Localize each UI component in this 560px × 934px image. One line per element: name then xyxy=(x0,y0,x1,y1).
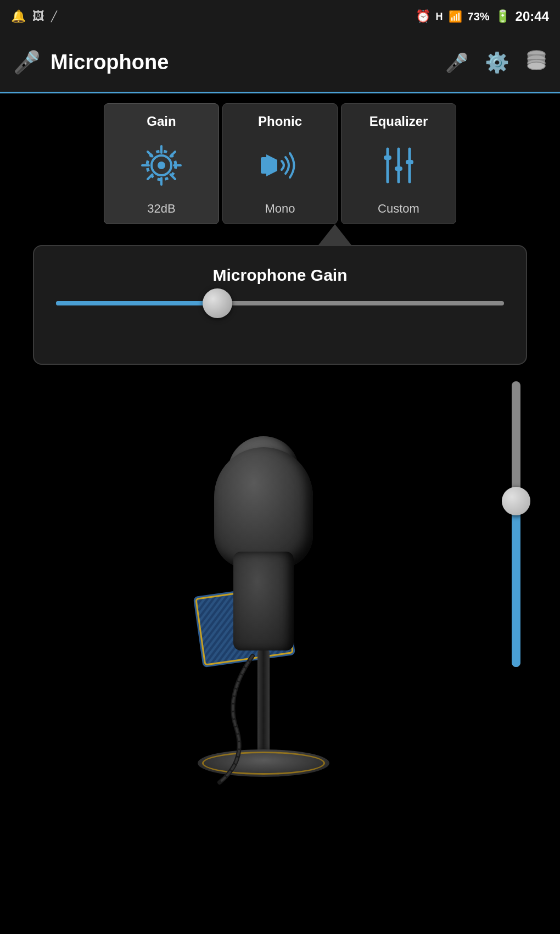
mic-illustration: J&B xyxy=(126,436,401,821)
svg-point-8 xyxy=(158,162,165,169)
slider-thumb[interactable] xyxy=(203,288,232,318)
svg-rect-25 xyxy=(406,160,413,164)
mic-head xyxy=(214,447,313,568)
tab-phonic-label: Phonic xyxy=(258,114,302,129)
network-type-label: H xyxy=(436,11,443,23)
vertical-slider-thumb[interactable] xyxy=(502,487,530,515)
phonic-icon-area xyxy=(255,129,305,202)
notification-icon: 🔔 xyxy=(11,9,26,24)
vertical-slider-track xyxy=(512,381,520,667)
gain-panel-title: Microphone Gain xyxy=(56,266,504,285)
app-bar: 🎤 Microphone 🎤 ⚙️ xyxy=(0,33,560,93)
status-left-icons: 🔔 🖼 ╱ xyxy=(11,9,57,24)
gain-panel: Microphone Gain xyxy=(33,245,527,365)
alarm-icon: ⏰ xyxy=(416,9,430,24)
mic-area: J&B xyxy=(0,365,560,859)
tabs-row: Gain 32dB Phonic xyxy=(0,93,560,224)
tab-equalizer-label: Equalizer xyxy=(369,114,428,129)
tab-gain[interactable]: Gain 32dB xyxy=(104,103,219,224)
main-content: J&B xyxy=(0,365,560,859)
tab-phonic-value: Mono xyxy=(265,202,295,216)
mic-body xyxy=(233,552,294,651)
eq-icon-area xyxy=(374,129,423,202)
svg-rect-23 xyxy=(395,166,402,171)
svg-marker-18 xyxy=(266,154,277,176)
gain-slider-container[interactable] xyxy=(56,301,504,340)
tab-eq-value: Custom xyxy=(378,202,419,216)
flash-icon: ╱ xyxy=(51,10,57,23)
status-bar: 🔔 🖼 ╱ ⏰ H 📶 73% 🔋 20:44 xyxy=(0,0,560,33)
tab-phonic[interactable]: Phonic Mono xyxy=(222,103,338,224)
gain-icon xyxy=(137,141,186,190)
popup-arrow-container xyxy=(0,224,560,245)
image-icon: 🖼 xyxy=(32,9,44,24)
slider-track xyxy=(56,301,504,305)
app-title-area: 🎤 Microphone xyxy=(13,49,445,75)
battery-percent: 73% xyxy=(468,10,490,23)
mic-icon: 🎤 xyxy=(13,49,41,75)
battery-icon: 🔋 xyxy=(495,9,510,24)
mic-cable xyxy=(192,640,302,793)
mic-stand-icon[interactable]: 🎤 xyxy=(445,52,468,74)
vertical-slider-fill xyxy=(512,510,520,667)
settings-icon[interactable]: ⚙️ xyxy=(485,51,509,74)
tab-gain-label: Gain xyxy=(147,114,176,129)
status-right-info: ⏰ H 📶 73% 🔋 20:44 xyxy=(416,9,549,24)
svg-rect-19 xyxy=(261,157,267,174)
app-bar-actions[interactable]: 🎤 ⚙️ xyxy=(445,50,547,75)
gain-icon-area xyxy=(137,129,186,202)
tab-equalizer[interactable]: Equalizer Custom xyxy=(341,103,456,224)
app-title: Microphone xyxy=(51,51,169,74)
svg-rect-21 xyxy=(384,155,391,160)
database-icon[interactable] xyxy=(526,50,547,75)
slider-fill xyxy=(56,301,217,305)
svg-point-6 xyxy=(528,62,545,70)
signal-bars-icon: 📶 xyxy=(449,10,462,23)
vertical-slider-container[interactable] xyxy=(505,381,527,843)
phonic-icon xyxy=(255,143,305,187)
clock: 20:44 xyxy=(516,9,549,24)
tab-gain-value: 32dB xyxy=(147,202,175,216)
popup-arrow xyxy=(318,224,351,245)
eq-icon xyxy=(374,143,423,187)
